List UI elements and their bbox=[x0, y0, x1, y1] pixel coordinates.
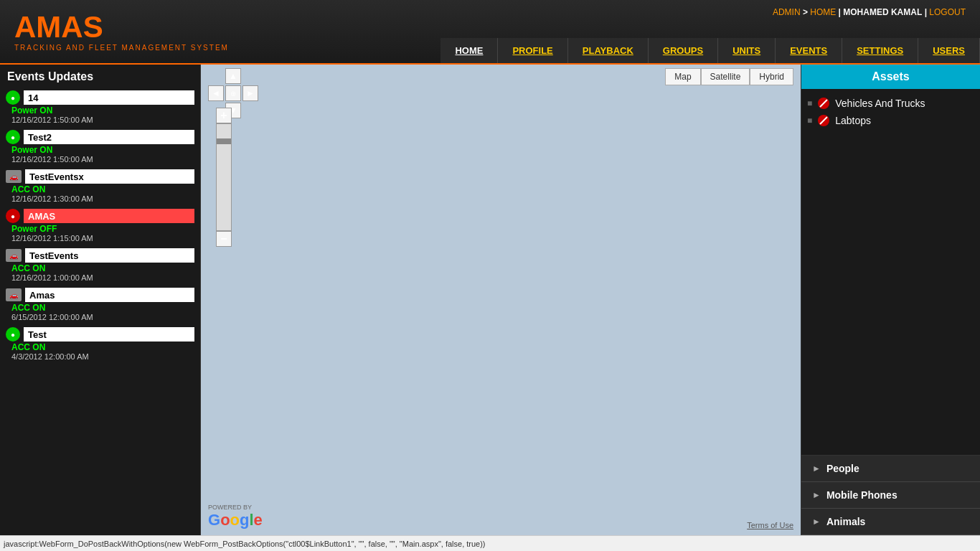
car-status-icon: 🚗 bbox=[6, 288, 22, 301]
animals-label: Animals bbox=[826, 516, 865, 527]
nav-events[interactable]: EVENTS bbox=[776, 38, 842, 63]
logo-subtitle: TRACKING AND FLEET MANAGEMENT SYSTEM bbox=[14, 44, 229, 52]
list-item: ● Test ACC ON 4/3/2012 12:00:00 AM bbox=[0, 326, 200, 365]
car-status-icon: 🚗 bbox=[6, 170, 22, 183]
powered-by-text: POWERED BY bbox=[208, 504, 263, 511]
green-status-icon: ● bbox=[6, 327, 20, 342]
google-text: Google bbox=[208, 511, 263, 529]
list-item: ● Test2 Power ON 12/16/2012 1:50:00 AM bbox=[0, 128, 200, 168]
no-icon bbox=[818, 98, 829, 109]
list-item: ● 14 Power ON 12/16/2012 1:50:00 AM bbox=[0, 89, 200, 128]
event-name-box[interactable]: TestEvents bbox=[25, 248, 194, 263]
nav-center-button[interactable]: ⊕ bbox=[225, 85, 241, 101]
assets-panel: Assets ■ Vehicles And Trucks ■ Labtops ►… bbox=[801, 65, 980, 535]
zoom-thumb bbox=[217, 138, 231, 144]
event-name-box[interactable]: Test2 bbox=[24, 130, 194, 144]
zoom-bar: + − bbox=[216, 108, 232, 247]
event-name-box[interactable]: TestEventsx bbox=[25, 169, 194, 184]
mobile-phones-section[interactable]: ► Mobile Phones bbox=[801, 482, 980, 509]
nav-settings[interactable]: SETTINGS bbox=[842, 38, 918, 63]
assets-list: ■ Vehicles And Trucks ■ Labtops bbox=[801, 89, 980, 455]
event-status: Power OFF bbox=[6, 224, 194, 234]
asset-item-vehicles: ■ Vehicles And Trucks bbox=[807, 95, 974, 112]
list-item: 🚗 TestEventsx ACC ON 12/16/2012 1:30:00 … bbox=[0, 168, 200, 207]
event-name-box[interactable]: Test bbox=[24, 327, 194, 342]
mobile-phones-label: Mobile Phones bbox=[826, 489, 897, 501]
nav-up-button[interactable]: ▲ bbox=[225, 68, 241, 84]
green-status-icon: ● bbox=[6, 90, 20, 105]
people-label: People bbox=[826, 463, 859, 474]
event-name-box[interactable]: AMAS bbox=[24, 209, 194, 223]
satellite-button[interactable]: Satellite bbox=[701, 68, 750, 85]
event-status: ACC ON bbox=[6, 303, 194, 313]
nav-left-button[interactable]: ◄ bbox=[208, 85, 224, 101]
events-title: Events Updates bbox=[0, 65, 200, 89]
map-button[interactable]: Map bbox=[665, 68, 700, 85]
nav-right-button[interactable]: ► bbox=[242, 85, 258, 101]
event-date: 12/16/2012 1:15:00 AM bbox=[6, 234, 194, 245]
event-status: Power ON bbox=[6, 145, 194, 155]
top-right-nav: ADMIN > HOME | MOHAMED KAMAL | LOGOUT bbox=[773, 7, 966, 17]
nav-groups[interactable]: GROUPS bbox=[649, 38, 718, 63]
event-name-box[interactable]: Amas bbox=[25, 288, 194, 302]
nav-profile[interactable]: PROFILE bbox=[498, 38, 567, 63]
event-status: ACC ON bbox=[6, 184, 194, 194]
section-arrow-icon: ► bbox=[812, 490, 821, 500]
asset-label: Labtops bbox=[835, 115, 871, 126]
hybrid-button[interactable]: Hybrid bbox=[750, 68, 793, 85]
header: AMAS TRACKING AND FLEET MANAGEMENT SYSTE… bbox=[0, 0, 980, 65]
nav-users[interactable]: USERS bbox=[918, 38, 980, 63]
admin-link[interactable]: ADMIN bbox=[773, 7, 801, 17]
list-item: ● AMAS Power OFF 12/16/2012 1:15:00 AM bbox=[0, 207, 200, 247]
zoom-out-button[interactable]: − bbox=[216, 231, 232, 247]
events-panel: Events Updates ● 14 Power ON 12/16/2012 … bbox=[0, 65, 201, 535]
section-arrow-icon: ► bbox=[812, 463, 821, 474]
green-status-icon: ● bbox=[6, 130, 20, 144]
event-status: Power ON bbox=[6, 105, 194, 116]
people-section[interactable]: ► People bbox=[801, 456, 980, 482]
google-logo: POWERED BY Google bbox=[208, 504, 263, 529]
car-status-icon: 🚗 bbox=[6, 249, 22, 262]
zoom-in-button[interactable]: + bbox=[216, 108, 232, 123]
list-item: 🚗 TestEvents ACC ON 12/16/2012 1:00:00 A… bbox=[0, 247, 200, 286]
logo-text: AMAS bbox=[14, 12, 229, 42]
red-status-icon: ● bbox=[6, 209, 20, 223]
arrow-sep: > bbox=[803, 7, 810, 17]
expand-icon[interactable]: ■ bbox=[807, 116, 812, 126]
expand-icon[interactable]: ■ bbox=[807, 98, 812, 108]
section-arrow-icon: ► bbox=[812, 517, 821, 527]
status-bar: javascript:WebForm_DoPostBackWithOptions… bbox=[0, 535, 980, 551]
event-date: 6/15/2012 12:00:00 AM bbox=[6, 313, 194, 324]
assets-header: Assets bbox=[801, 65, 980, 89]
event-status: ACC ON bbox=[6, 342, 194, 352]
main-nav: HOME PROFILE PLAYBACK GROUPS UNITS EVENT… bbox=[440, 38, 980, 63]
logo-area: AMAS TRACKING AND FLEET MANAGEMENT SYSTE… bbox=[14, 12, 229, 52]
username: MOHAMED KAMAL bbox=[843, 7, 922, 17]
event-date: 12/16/2012 1:00:00 AM bbox=[6, 273, 194, 285]
animals-section[interactable]: ► Animals bbox=[801, 509, 980, 535]
event-date: 12/16/2012 1:50:00 AM bbox=[6, 116, 194, 127]
asset-label: Vehicles And Trucks bbox=[835, 98, 925, 109]
event-date: 12/16/2012 1:30:00 AM bbox=[6, 194, 194, 206]
nav-playback[interactable]: PLAYBACK bbox=[568, 38, 649, 63]
terms-of-use-link[interactable]: Terms of Use bbox=[747, 521, 793, 529]
home-link[interactable]: HOME bbox=[810, 7, 836, 17]
no-icon bbox=[818, 115, 829, 126]
map-area[interactable]: Map Satellite Hybrid ▲ ◄ ⊕ ► ▼ + − bbox=[201, 65, 801, 535]
event-date: 12/16/2012 1:50:00 AM bbox=[6, 155, 194, 166]
event-name-box[interactable]: 14 bbox=[24, 90, 194, 105]
logout-link[interactable]: LOGOUT bbox=[929, 7, 966, 17]
nav-units[interactable]: UNITS bbox=[718, 38, 776, 63]
nav-home[interactable]: HOME bbox=[440, 38, 498, 63]
status-text: javascript:WebForm_DoPostBackWithOptions… bbox=[4, 540, 486, 548]
event-status: ACC ON bbox=[6, 263, 194, 273]
zoom-slider[interactable] bbox=[216, 123, 232, 231]
main-content: Events Updates ● 14 Power ON 12/16/2012 … bbox=[0, 65, 980, 535]
asset-item-labtops: ■ Labtops bbox=[807, 112, 974, 129]
list-item: 🚗 Amas ACC ON 6/15/2012 12:00:00 AM bbox=[0, 286, 200, 326]
assets-bottom: ► People ► Mobile Phones ► Animals bbox=[801, 455, 980, 535]
event-date: 4/3/2012 12:00:00 AM bbox=[6, 352, 194, 364]
map-controls: Map Satellite Hybrid bbox=[665, 68, 793, 85]
